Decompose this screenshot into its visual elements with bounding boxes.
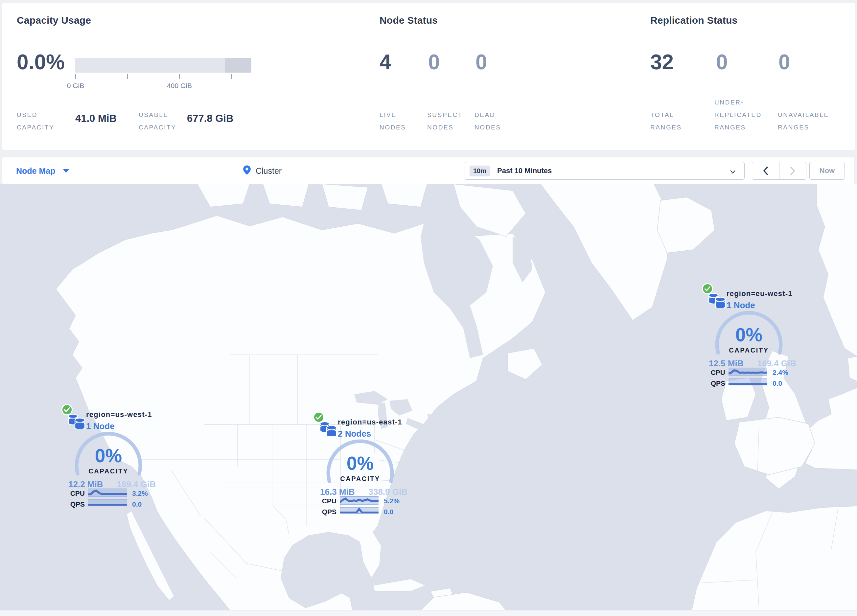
qps-label: QPS [308, 508, 337, 516]
cpu-row: CPU 3.2% [56, 488, 161, 498]
time-step-buttons [752, 162, 806, 180]
capacity-percent: 0% [56, 446, 161, 465]
cpu-label: CPU [696, 369, 725, 377]
live-nodes-label: LIVE NODES [379, 109, 406, 134]
under-replicated-count: 0 [716, 52, 728, 73]
breadcrumb-cluster-label: Cluster [256, 166, 282, 176]
total-value: 169.4 GiB [117, 479, 156, 489]
view-mode-label: Node Map [16, 166, 55, 176]
qps-value: 0.0 [384, 508, 393, 516]
cpu-value: 5.2% [384, 497, 399, 505]
cpu-value: 3.2% [132, 489, 148, 497]
axis-tick [179, 74, 180, 79]
qps-value: 0.0 [773, 380, 782, 388]
cpu-row: CPU 5.2% [308, 496, 413, 505]
time-range-badge: 10m [470, 165, 490, 176]
capacity-usage-title: Capacity Usage [17, 15, 91, 26]
usable-capacity-label: USABLE CAPACITY [139, 109, 176, 134]
capacity-values: 12.5 MiB 169.4 GiB [709, 358, 796, 369]
step-forward-button[interactable] [780, 162, 806, 179]
axis-tick-label: 0 GiB [67, 82, 84, 90]
axis-tick [231, 74, 232, 79]
total-value: 169.4 GiB [757, 358, 796, 369]
used-value: 16.3 MiB [320, 487, 355, 497]
map-footer-strip [0, 610, 857, 616]
time-range-dropdown[interactable]: 10m Past 10 Minutes [465, 162, 745, 180]
qps-label: QPS [696, 380, 725, 388]
capacity-percent: 0.0% [17, 52, 65, 73]
chevron-down-icon [730, 169, 736, 175]
region-name: region=eu-west-1 [727, 289, 793, 298]
dead-nodes-label: DEAD NODES [475, 109, 501, 134]
cpu-label: CPU [56, 489, 85, 497]
chevron-down-icon [63, 169, 69, 173]
cpu-label: CPU [308, 497, 337, 505]
unavailable-count: 0 [778, 52, 790, 73]
node-status-title: Node Status [379, 15, 438, 26]
unavailable-ranges-label: UNAVAILABLE RANGES [778, 109, 829, 134]
axis-tick [75, 74, 76, 79]
capacity-label: CAPACITY [56, 468, 161, 475]
view-mode-dropdown[interactable]: Node Map [16, 157, 69, 184]
capacity-label: CAPACITY [308, 475, 413, 483]
qps-value: 0.0 [132, 500, 142, 508]
used-capacity-value: 41.0 MiB [75, 113, 117, 125]
region-marker-us-east-1[interactable]: region=us-east-1 2 Nodes 0% CAPACITY 16.… [308, 410, 413, 520]
used-value: 12.2 MiB [68, 479, 103, 489]
map-pin-icon [243, 165, 251, 176]
breadcrumb[interactable]: Cluster [243, 157, 282, 184]
cluster-summary-panel: Capacity Usage 0.0% 0 GiB 400 GiB USED C… [2, 3, 855, 150]
cpu-value: 2.4% [773, 369, 788, 377]
capacity-values: 12.2 MiB 169.4 GiB [68, 479, 156, 489]
map-toolbar: Node Map Cluster 10m Past 10 Minutes Now [2, 157, 854, 184]
qps-row: QPS 0.0 [696, 378, 801, 388]
capacity-label: CAPACITY [696, 347, 801, 354]
now-button[interactable]: Now [809, 162, 845, 180]
replication-status-title: Replication Status [650, 15, 737, 26]
cpu-sparkline [729, 367, 767, 376]
dead-nodes-count: 0 [475, 52, 487, 73]
capacity-percent: 0% [696, 326, 801, 344]
world-map [0, 184, 857, 610]
qps-sparkline [340, 507, 379, 514]
cpu-row: CPU 2.4% [696, 367, 801, 377]
region-name: region=us-west-1 [86, 410, 152, 419]
capacity-percent: 0% [308, 454, 413, 473]
capacity-values: 16.3 MiB 338.9 GiB [320, 487, 407, 497]
used-capacity-label: USED CAPACITY [17, 109, 54, 134]
suspect-nodes-count: 0 [428, 52, 440, 73]
region-marker-us-west-1[interactable]: region=us-west-1 1 Node 0% CAPACITY 12.2… [56, 403, 161, 513]
axis-tick-label: 400 GiB [167, 82, 192, 90]
qps-sparkline [729, 378, 767, 385]
node-map-canvas[interactable] [0, 184, 857, 610]
cpu-sparkline [340, 496, 379, 505]
capacity-bar [75, 58, 251, 73]
cpu-sparkline [88, 488, 127, 497]
qps-row: QPS 0.0 [56, 499, 161, 509]
total-ranges-count: 32 [650, 52, 674, 73]
under-replicated-label: UNDER- REPLICATED RANGES [715, 96, 762, 134]
total-ranges-label: TOTAL RANGES [650, 109, 682, 134]
time-range-label: Past 10 Minutes [497, 167, 552, 175]
axis-tick [127, 74, 128, 79]
live-nodes-count: 4 [379, 52, 391, 73]
qps-sparkline [88, 499, 127, 506]
region-marker-eu-west-1[interactable]: region=eu-west-1 1 Node 0% CAPACITY 12.5… [696, 281, 801, 392]
step-back-button[interactable] [752, 162, 779, 179]
suspect-nodes-label: SUSPECT NODES [427, 109, 463, 134]
qps-row: QPS 0.0 [308, 507, 413, 516]
region-name: region=us-east-1 [338, 418, 402, 426]
used-value: 12.5 MiB [709, 358, 744, 369]
qps-label: QPS [56, 500, 85, 508]
usable-capacity-value: 677.8 GiB [187, 113, 233, 125]
total-value: 338.9 GiB [368, 487, 407, 497]
capacity-bar-reserved-segment [225, 58, 251, 73]
